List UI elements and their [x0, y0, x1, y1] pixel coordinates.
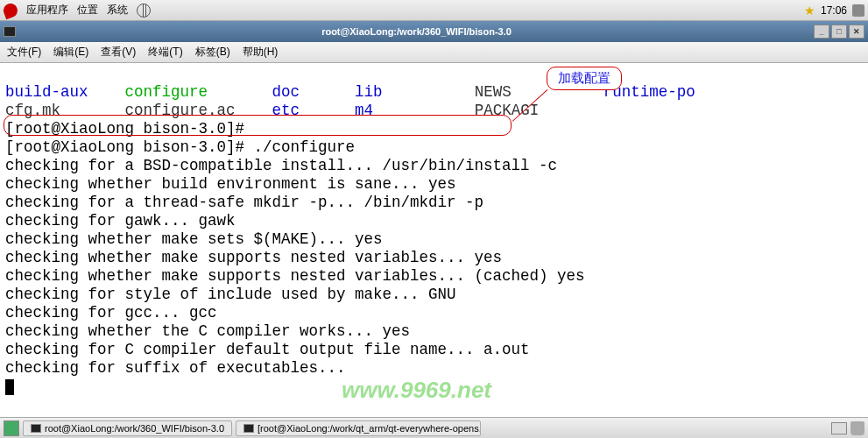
desktop-bottom-panel: root@XiaoLong:/work/360_WIFI/bison-3.0 [… [0, 417, 868, 438]
annotation-label: 加载配置 [547, 67, 622, 90]
menu-help[interactable]: 帮助(H) [243, 45, 279, 60]
ls-exec: configure [125, 83, 208, 101]
menu-system[interactable]: 系统 [107, 3, 128, 18]
distro-icon [2, 1, 20, 19]
maximize-button[interactable]: □ [831, 25, 847, 39]
taskbar-item-label: [root@XiaoLong:/work/qt_arm/qt-everywher… [258, 423, 481, 434]
desktop-top-panel: 应用程序 位置 系统 ★ 17:06 [0, 0, 868, 21]
menu-file[interactable]: 文件(F) [7, 45, 41, 60]
tray-icon[interactable] [852, 4, 864, 17]
ls-dir: doc [272, 83, 300, 101]
output-line: checking for suffix of executables... [5, 359, 346, 377]
output-line: checking whether the C compiler works...… [5, 322, 410, 340]
minimize-button[interactable]: _ [814, 25, 829, 39]
menu-applications[interactable]: 应用程序 [26, 3, 68, 18]
terminal-icon [4, 26, 16, 37]
menu-places[interactable]: 位置 [77, 3, 98, 18]
taskbar-item[interactable]: root@XiaoLong:/work/360_WIFI/bison-3.0 [23, 420, 232, 436]
clock[interactable]: 17:06 [821, 4, 847, 17]
menu-terminal[interactable]: 终端(T) [148, 45, 182, 60]
terminal-icon [31, 424, 41, 433]
output-line: checking whether build environment is sa… [5, 175, 456, 193]
ls-dir: build-aux [5, 83, 88, 101]
window-titlebar[interactable]: root@XiaoLong:/work/360_WIFI/bison-3.0 _… [0, 21, 868, 42]
output-line: checking for a BSD-compatible install...… [5, 157, 557, 174]
browser-icon[interactable] [137, 4, 151, 18]
taskbar-item[interactable]: [root@XiaoLong:/work/qt_arm/qt-everywher… [236, 420, 481, 436]
show-desktop-icon[interactable] [4, 420, 19, 436]
menu-view[interactable]: 查看(V) [101, 45, 136, 60]
output-line: checking whether make sets $(MAKE)... ye… [5, 230, 383, 248]
star-icon[interactable]: ★ [804, 4, 815, 18]
output-line: checking for gawk... gawk [5, 212, 236, 230]
terminal-icon [243, 424, 254, 433]
annotation-highlight-box [4, 115, 512, 136]
terminal-menubar: 文件(F) 编辑(E) 查看(V) 终端(T) 标签(B) 帮助(H) [0, 42, 868, 63]
ls-file: NEWS [475, 83, 512, 101]
output-line: checking for C compiler default output f… [5, 341, 530, 358]
menu-tabs[interactable]: 标签(B) [195, 45, 230, 60]
terminal-cursor [5, 379, 14, 395]
output-line: checking for gcc... gcc [5, 304, 217, 321]
trash-icon[interactable] [850, 421, 864, 435]
prompt: [root@XiaoLong bison-3.0]# [5, 138, 254, 156]
command-input: ./configure [254, 138, 356, 156]
watermark: www.9969.net [342, 377, 491, 404]
output-line: checking whether make supports nested va… [5, 249, 502, 266]
output-line: checking whether make supports nested va… [5, 267, 585, 285]
output-line: checking for style of include used by ma… [5, 286, 456, 303]
close-button[interactable]: ✕ [849, 25, 864, 39]
ls-dir: lib [355, 83, 383, 101]
window-title: root@XiaoLong:/work/360_WIFI/bison-3.0 [19, 26, 814, 37]
taskbar-item-label: root@XiaoLong:/work/360_WIFI/bison-3.0 [45, 423, 224, 434]
workspace-switcher-icon[interactable] [831, 422, 847, 434]
menu-edit[interactable]: 编辑(E) [53, 45, 88, 60]
output-line: checking for a thread-safe mkdir -p... /… [5, 194, 483, 211]
